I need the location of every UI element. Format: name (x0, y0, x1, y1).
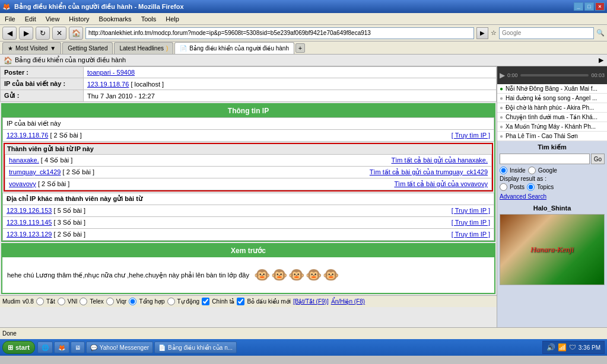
maximize-button[interactable]: □ (584, 2, 594, 11)
monkey-2: 🐵 (271, 267, 287, 283)
monkey-3: 🐵 (288, 267, 304, 283)
speaker-icon: 🔊 (546, 343, 555, 352)
other-ips-label: Địa chỉ IP khác mà thành viên này gửi bà… (3, 193, 494, 205)
ip-link[interactable]: 123.19.118.76 (87, 81, 129, 88)
poster-link[interactable]: toanpari - 59408 (87, 69, 135, 76)
taskbar-item-ie[interactable]: 🌐 (37, 341, 53, 353)
taskbar-item-firefox[interactable]: 🦊 (54, 341, 69, 353)
an-hien-label[interactable]: Ẩn/Hiện (F8) (331, 298, 365, 305)
start-button[interactable]: ⊞ start (2, 341, 35, 354)
menu-help[interactable]: Help (163, 15, 182, 23)
members-label: Thành viên gửi bài từ IP này (5, 144, 492, 154)
address-input[interactable] (85, 27, 474, 39)
other-ip-track-1[interactable]: [ Truy tìm IP ] (452, 219, 490, 226)
other-ip-link-1[interactable]: 123.19.119.145 (7, 219, 52, 226)
song-list: ● Nỗi Nhớ Đông Băng - Xuân Mai f... ● Ha… (497, 84, 607, 141)
taskbar-item-misc[interactable]: 🖥 (71, 341, 85, 353)
member-link-0[interactable]: hanaxake. (9, 157, 39, 164)
song-dot-4: ● (500, 123, 503, 130)
menu-edit[interactable]: Edit (23, 15, 39, 23)
member-link-1[interactable]: trumquay_ck1429 (9, 168, 61, 175)
song-item-0[interactable]: ● Nỗi Nhớ Đông Băng - Xuân Mai f... (497, 84, 607, 94)
radio-posts[interactable] (500, 183, 507, 191)
mudim-version: v0.8 (23, 298, 34, 305)
radio-tonghop[interactable] (129, 298, 136, 305)
play-button[interactable]: ▶ (500, 71, 505, 79)
member-link-2[interactable]: vovavovy (9, 180, 36, 187)
radio-vni[interactable] (58, 298, 65, 305)
tab-latest-headlines[interactable]: Latest Headlines ) (114, 42, 173, 54)
dropdown-icon[interactable]: ▼ (50, 45, 56, 52)
song-dot-5: ● (500, 133, 503, 139)
minimize-button[interactable]: _ (574, 2, 583, 11)
stop-button[interactable]: ✕ (52, 27, 66, 40)
advanced-search-link[interactable]: Advanced Search (500, 193, 605, 200)
home-icon: 🏠 (4, 56, 12, 65)
window-controls[interactable]: _ □ × (574, 2, 605, 11)
radio-viqr[interactable] (106, 298, 114, 305)
taskbar-item-yahoo[interactable]: 💬 Yahoo! Messenger (86, 341, 153, 353)
song-item-4[interactable]: ● Xa Muốn Trứng Máy - Khánh Ph... (497, 122, 607, 132)
member-track-0[interactable]: Tìm tất cả bài gửi của hanaxake. (391, 157, 488, 164)
player-progress[interactable] (520, 74, 589, 76)
result-type-row: Posts Topics (500, 183, 605, 191)
member-track-2[interactable]: Tìm tất cả bài gửi của vovavovy (394, 180, 488, 187)
menu-bookmarks[interactable]: Bookmarks (97, 15, 134, 23)
scroll-right-icon[interactable]: ▶ (599, 56, 603, 64)
other-ip-link-2[interactable]: 123.19.123.129 (7, 231, 52, 238)
radio-telex[interactable] (80, 298, 87, 305)
radio-tudong-label: Tự động (177, 298, 200, 305)
ip-current-link[interactable]: 123.19.118.76 (7, 132, 48, 139)
other-ip-track-2[interactable]: [ Truy tìm IP ] (452, 231, 490, 238)
checkbox-bodaukieumoi[interactable] (237, 298, 244, 305)
yahoo-label: Yahoo! Messenger (100, 344, 149, 351)
forward-button[interactable]: ▶ (19, 27, 33, 40)
member-cell-0: hanaxake. [ 4 Số bài ] Tìm tất cả bài gử… (5, 155, 492, 167)
other-ip-link-0[interactable]: 123.19.126.153 (7, 207, 52, 214)
sidebar-search-button[interactable]: Go (591, 154, 605, 164)
checkbox-chinhta[interactable] (202, 298, 209, 305)
song-item-3[interactable]: ● Chuyện tình dưới mưa - Tần Khá... (497, 113, 607, 122)
sidebar-search-input[interactable] (500, 154, 590, 164)
menu-history[interactable]: History (66, 15, 91, 23)
tab-getting-started[interactable]: Getting Started (62, 42, 113, 54)
ip-current-label: IP của bài viết này (3, 118, 494, 130)
toolbar: ◀ ▶ ↻ ✕ 🏠 ▶ ☆ 🔍 (0, 25, 607, 41)
posts-label: Posts (510, 184, 525, 190)
misc-icon: 🖥 (75, 344, 81, 351)
home-button[interactable]: 🏠 (69, 27, 83, 40)
radio-google[interactable] (528, 167, 536, 174)
song-item-2[interactable]: ● Đội chờ là hành phúc - Akira Ph... (497, 103, 607, 113)
monkey-5: 🐵 (323, 267, 339, 283)
member-row-2: vovavovy [ 2 Số bài ] Tìm tất cả bài gửi… (5, 178, 492, 190)
reload-button[interactable]: ↻ (36, 27, 50, 40)
song-item-5[interactable]: ● Pha Lê Tím - Cao Thái Sơn (497, 132, 607, 141)
radio-topics[interactable] (527, 183, 535, 191)
menu-bar: File Edit View History Bookmarks Tools H… (0, 13, 607, 25)
members-table: hanaxake. [ 4 Số bài ] Tìm tất cả bài gử… (5, 154, 492, 190)
close-button[interactable]: × (595, 2, 605, 11)
tab-admin-panel[interactable]: 📄 Bảng điều khiển của người điều hành (174, 42, 294, 54)
monkey-4: 🐵 (306, 267, 322, 283)
add-tab-button[interactable]: + (295, 43, 305, 53)
member-track-1[interactable]: Tìm tất cả bài gửi của trumquay_ck1429 (370, 168, 488, 175)
bat-tat-label[interactable]: [Bật/Tắt (F9)] (293, 298, 329, 305)
bookmark-icon[interactable]: ☆ (491, 29, 497, 37)
radio-tudong[interactable] (167, 298, 175, 305)
tab-most-visited[interactable]: ★ Most Visited ▼ (2, 42, 61, 54)
menu-file[interactable]: File (2, 15, 18, 23)
ip-track-link[interactable]: [ Truy tìm IP ] (452, 132, 490, 139)
taskbar-items: 🌐 🦊 🖥 💬 Yahoo! Messenger 📄 Bảng điều khi… (37, 341, 540, 353)
menu-tools[interactable]: Tools (139, 15, 159, 23)
song-item-1[interactable]: ● Hai đường kẻ song song - Angel ... (497, 94, 607, 103)
radio-inside[interactable] (500, 167, 507, 174)
radio-off[interactable] (36, 298, 44, 305)
other-ip-track-0[interactable]: [ Truy tìm IP ] (452, 207, 490, 214)
search-input[interactable] (499, 27, 594, 39)
back-button[interactable]: ◀ (2, 27, 17, 40)
send-value: Thu 7 Jan 2010 - 12:27 (84, 90, 497, 102)
go-button[interactable]: ▶ (476, 27, 488, 39)
menu-view[interactable]: View (43, 15, 62, 23)
search-icon[interactable]: 🔍 (596, 29, 605, 37)
taskbar-item-admin[interactable]: 📄 Bảng điều khiển của n... (154, 341, 237, 353)
